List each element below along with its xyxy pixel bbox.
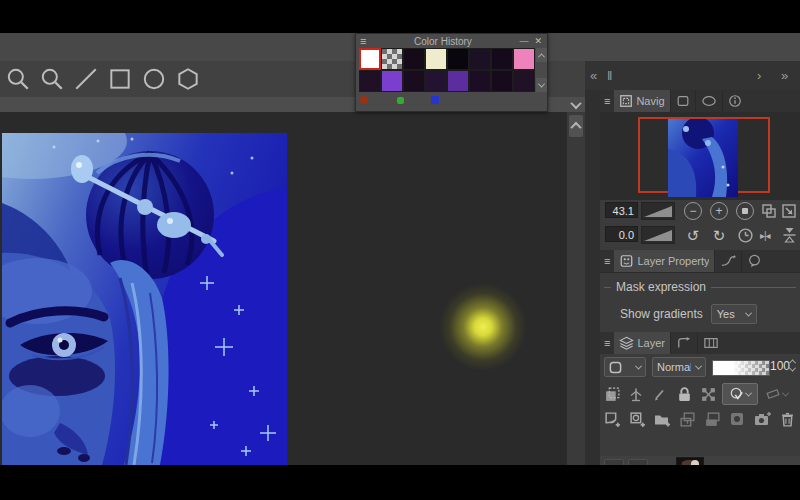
dock-collapse-right-icon[interactable]: » [781, 61, 788, 90]
stop-square-icon [742, 208, 748, 214]
line-tool-icon[interactable] [72, 65, 100, 93]
vertical-scrollbar[interactable] [567, 112, 585, 465]
layer-edit-cell[interactable] [628, 459, 648, 466]
zoom-in-button[interactable]: + [710, 202, 728, 220]
flip-vertical-button[interactable] [780, 226, 798, 244]
tab-tone-curve[interactable] [715, 250, 742, 272]
color-swatch[interactable] [447, 48, 469, 70]
layer-command-row [600, 406, 800, 432]
color-swatch[interactable] [447, 70, 469, 92]
palette-color-dropdown[interactable] [604, 357, 646, 377]
palette-scroll-down-button[interactable] [536, 78, 547, 92]
rotate-right-button[interactable]: ↻ [710, 226, 728, 244]
panel-title: Color History [370, 36, 515, 47]
zoom-slider[interactable] [641, 202, 675, 220]
zoom-out-button[interactable]: − [684, 202, 702, 220]
minimize-button[interactable]: — [515, 37, 532, 46]
color-swatch[interactable] [513, 70, 535, 92]
blend-mode-dropdown[interactable]: Normal [652, 357, 706, 377]
color-swatch[interactable] [359, 70, 381, 92]
rotate-left-button[interactable]: ↺ [684, 226, 702, 244]
scroll-up-button[interactable] [569, 115, 583, 137]
panel-collapse-chip[interactable] [567, 97, 585, 112]
color-swatch[interactable] [425, 48, 447, 70]
create-mask-button[interactable] [725, 408, 749, 430]
panel-menu-icon[interactable]: ≡ [356, 36, 370, 47]
tab-animation[interactable] [698, 332, 724, 354]
navigator-preview[interactable] [600, 112, 800, 200]
lock-transparent-pixels-button[interactable] [696, 383, 720, 405]
color-swatch[interactable] [381, 48, 403, 70]
draft-layer-button[interactable] [648, 383, 672, 405]
layer-property-menu-icon[interactable]: ≡ [600, 256, 614, 267]
tab-subview[interactable] [671, 90, 696, 112]
transfer-to-lower-layer-button[interactable] [675, 408, 699, 430]
quick-access-icon [701, 94, 717, 108]
lock-layer-button[interactable] [672, 383, 696, 405]
color-history-titlebar[interactable]: ≡ Color History — ✕ [356, 34, 547, 48]
color-swatch[interactable] [381, 70, 403, 92]
opacity-slider[interactable] [712, 360, 770, 376]
opacity-value[interactable]: 100 [770, 359, 790, 373]
ruler-options-button[interactable] [758, 384, 794, 404]
color-swatch[interactable] [469, 70, 491, 92]
ellipse-tool-icon[interactable] [140, 65, 168, 93]
tab-information[interactable] [723, 90, 747, 112]
color-swatch[interactable] [491, 48, 513, 70]
dock-collapse-left-icon[interactable]: « [590, 61, 597, 90]
layer-tabbar: ≡ Layer [600, 332, 800, 355]
apply-mask-camera-button[interactable] [750, 408, 774, 430]
tab-layer-property[interactable]: Layer Property [614, 250, 715, 272]
opacity-spinner[interactable] [790, 359, 795, 372]
dock-expand-icon[interactable]: › [757, 61, 761, 90]
color-swatch[interactable] [403, 48, 425, 70]
layer-menu-icon[interactable]: ≡ [600, 338, 614, 349]
panel-dock: ≡ Navig [600, 90, 800, 465]
rotate-slider[interactable] [641, 226, 675, 244]
clip-to-layer-below-button[interactable] [600, 383, 624, 405]
expand-preview-button[interactable] [780, 202, 798, 220]
merge-with-lower-layer-button[interactable] [700, 408, 724, 430]
new-raster-layer-button[interactable] [600, 408, 624, 430]
reset-rotation-button[interactable] [736, 226, 754, 244]
layer-list-row[interactable]: 100 % Normal [600, 456, 800, 465]
tab-quick-access[interactable] [696, 90, 723, 112]
rotate-value-field[interactable]: 0.0 [605, 226, 638, 242]
zoom-out-tool-icon[interactable] [38, 65, 66, 93]
tab-navigator[interactable]: Navig [614, 90, 670, 112]
show-gradients-dropdown[interactable]: Yes [711, 304, 757, 324]
color-swatch[interactable] [491, 70, 513, 92]
color-swatch[interactable] [403, 70, 425, 92]
chevron-up-icon [538, 53, 545, 60]
close-button[interactable]: ✕ [532, 37, 547, 46]
painting-canvas[interactable] [2, 133, 287, 465]
tab-comment[interactable] [742, 250, 767, 272]
color-swatch[interactable] [469, 48, 491, 70]
tab-layer[interactable]: Layer [614, 332, 671, 354]
zoom-tool-icon[interactable] [4, 65, 32, 93]
section-title: Mask expression [616, 280, 706, 294]
palette-scroll-up-button[interactable] [536, 48, 547, 62]
enable-mask-button[interactable] [722, 383, 758, 405]
navigator-menu-icon[interactable]: ≡ [600, 96, 614, 107]
color-swatch[interactable] [359, 48, 381, 70]
new-vector-layer-button[interactable] [625, 408, 649, 430]
switch-preview-button[interactable] [760, 202, 778, 220]
dock-handle-icon[interactable]: ‖ [607, 61, 612, 90]
color-swatch[interactable] [425, 70, 447, 92]
new-folder-button[interactable] [650, 408, 674, 430]
color-swatch[interactable] [513, 48, 535, 70]
rectangle-tool-icon[interactable] [106, 65, 134, 93]
reference-layer-button[interactable] [624, 383, 648, 405]
navigator-tabbar: ≡ Navig [600, 90, 800, 113]
delete-layer-button[interactable] [775, 408, 799, 430]
layer-visibility-cell[interactable] [604, 459, 624, 466]
show-gradients-row: Show gradients Yes [620, 304, 796, 324]
layer-thumbnail[interactable] [676, 457, 704, 466]
fit-to-screen-button[interactable] [736, 202, 754, 220]
polygon-tool-icon[interactable] [174, 65, 202, 93]
flip-horizontal-button[interactable]: ▸|◂ [760, 230, 770, 241]
zoom-value-field[interactable]: 43.1 [605, 202, 638, 218]
curved-arrow-icon [676, 336, 692, 350]
tab-layer-search[interactable] [671, 332, 698, 354]
